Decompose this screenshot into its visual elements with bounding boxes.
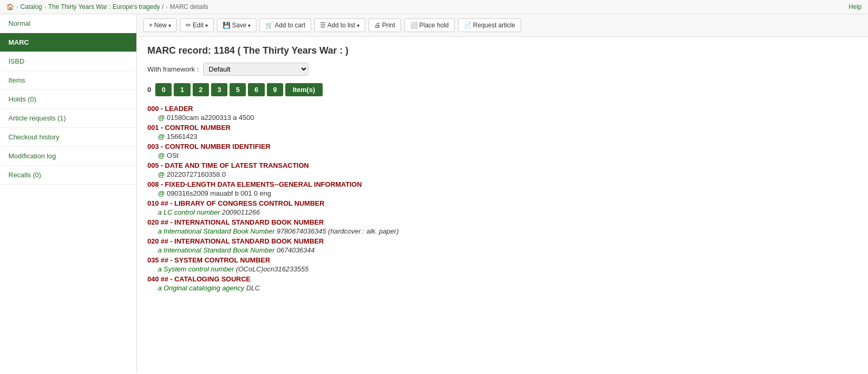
marc-field-row: 005 - DATE AND TIME OF LATEST TRANSACTIO… bbox=[147, 161, 857, 178]
subfield-code: @ bbox=[158, 189, 165, 197]
marc-field-label: 000 - LEADER bbox=[147, 105, 857, 113]
subfield-value: DLC bbox=[246, 284, 260, 292]
framework-row: With framework : Default bbox=[147, 63, 857, 76]
pencil-icon: ✏ bbox=[186, 22, 191, 29]
cart-icon: 🛒 bbox=[265, 22, 273, 29]
sidebar-item-recalls[interactable]: Recalls (0) bbox=[0, 166, 136, 185]
breadcrumb-current: MARC details bbox=[169, 3, 208, 11]
framework-label: With framework : bbox=[147, 65, 199, 73]
subfield-code: a System control number bbox=[158, 265, 234, 273]
marc-field-row: 040 ## - CATALOGING SOURCEa Original cat… bbox=[147, 275, 857, 292]
framework-select[interactable]: Default bbox=[203, 63, 308, 76]
marc-tag: 010 ## - LIBRARY OF CONGRESS CONTROL NUM… bbox=[147, 199, 324, 207]
new-caret-icon: ▾ bbox=[168, 23, 171, 28]
edit-button[interactable]: ✏ Edit ▾ bbox=[180, 18, 214, 32]
sidebar-item-items[interactable]: Items bbox=[0, 71, 136, 90]
items-button[interactable]: Item(s) bbox=[285, 83, 323, 96]
marc-field-row: 010 ## - LIBRARY OF CONGRESS CONTROL NUM… bbox=[147, 199, 857, 216]
sidebar-item-modification-log[interactable]: Modification log bbox=[0, 147, 136, 166]
print-icon: 🖨 bbox=[374, 22, 381, 29]
marc-field-row: 008 - FIXED-LENGTH DATA ELEMENTS--GENERA… bbox=[147, 180, 857, 197]
marc-tag: 040 ## - CATALOGING SOURCE bbox=[147, 275, 251, 283]
tag-btn-9[interactable]: 9 bbox=[267, 83, 283, 96]
marc-tag: 000 - LEADER bbox=[147, 105, 193, 113]
marc-field-label: 003 - CONTROL NUMBER IDENTIFIER bbox=[147, 143, 857, 150]
breadcrumb: 🏠 › Catalog › The Thirty Years War : Eur… bbox=[0, 0, 868, 14]
marc-field-label: 035 ## - SYSTEM CONTROL NUMBER bbox=[147, 256, 857, 264]
marc-subfield: a International Standard Book Number 067… bbox=[158, 246, 857, 254]
marc-field-label: 008 - FIXED-LENGTH DATA ELEMENTS--GENERA… bbox=[147, 180, 857, 188]
marc-subfield: @ 15661423 bbox=[158, 133, 857, 140]
home-icon[interactable]: 🏠 bbox=[6, 3, 14, 11]
marc-field-row: 003 - CONTROL NUMBER IDENTIFIER@ OSt bbox=[147, 143, 857, 159]
subfield-code: @ bbox=[158, 170, 165, 178]
add-to-cart-button[interactable]: 🛒 Add to cart bbox=[260, 18, 311, 32]
edit-caret-icon: ▾ bbox=[205, 23, 208, 28]
tag-zero-label: 0 bbox=[147, 86, 151, 94]
subfield-value: 20220727160358.0 bbox=[167, 170, 226, 178]
tag-btn-0[interactable]: 0 bbox=[155, 83, 172, 96]
subfield-value: 0674036344 bbox=[276, 246, 314, 254]
tag-row: 0 0123569Item(s) bbox=[147, 83, 857, 96]
article-icon: 📄 bbox=[464, 22, 472, 29]
subfield-value: (OCoLC)ocn316233555 bbox=[236, 265, 308, 273]
add-to-list-button[interactable]: ☰ Add to list ▾ bbox=[314, 18, 365, 32]
marc-field-label: 001 - CONTROL NUMBER bbox=[147, 124, 857, 132]
marc-tag: 005 - DATE AND TIME OF LATEST TRANSACTIO… bbox=[147, 161, 309, 169]
list-icon: ☰ bbox=[320, 22, 326, 29]
marc-field-label: 005 - DATE AND TIME OF LATEST TRANSACTIO… bbox=[147, 161, 857, 169]
sidebar-item-checkout-history[interactable]: Checkout history bbox=[0, 128, 136, 147]
tag-btn-1[interactable]: 1 bbox=[174, 83, 190, 96]
sidebar-item-holds[interactable]: Holds (0) bbox=[0, 90, 136, 109]
marc-subfield: @ 090316s2009 mauabf b 001 0 eng bbox=[158, 189, 857, 197]
sidebar-item-marc[interactable]: MARC bbox=[0, 33, 136, 52]
breadcrumb-sep-2: › bbox=[44, 4, 46, 10]
subfield-code: @ bbox=[158, 151, 165, 159]
sidebar-item-normal[interactable]: Normal bbox=[0, 14, 136, 33]
marc-subfield: a International Standard Book Number 978… bbox=[158, 227, 857, 235]
save-button[interactable]: 💾 Save ▾ bbox=[217, 18, 256, 32]
place-hold-button[interactable]: ⬜ Place hold bbox=[404, 18, 455, 32]
marc-tag: 020 ## - INTERNATIONAL STANDARD BOOK NUM… bbox=[147, 218, 324, 226]
marc-tag: 003 - CONTROL NUMBER IDENTIFIER bbox=[147, 143, 271, 150]
breadcrumb-sep-1: › bbox=[16, 4, 18, 10]
subfield-value: 9780674036345 (hardcover : alk. paper) bbox=[276, 227, 398, 235]
subfield-value: 01580cam a2200313 a 4500 bbox=[167, 114, 254, 122]
marc-subfield: @ 20220727160358.0 bbox=[158, 170, 857, 178]
tag-btn-3[interactable]: 3 bbox=[211, 83, 227, 96]
print-button[interactable]: 🖨 Print bbox=[368, 18, 401, 32]
marc-subfield: @ 01580cam a2200313 a 4500 bbox=[158, 114, 857, 122]
sidebar-item-article-requests[interactable]: Article requests (1) bbox=[0, 109, 136, 128]
marc-field-label: 020 ## - INTERNATIONAL STANDARD BOOK NUM… bbox=[147, 218, 857, 226]
book-link[interactable]: The Thirty Years War : Europe's tragedy … bbox=[48, 3, 164, 11]
request-article-button[interactable]: 📄 Request article bbox=[458, 18, 521, 32]
subfield-value: 15661423 bbox=[167, 133, 197, 140]
marc-tag: 008 - FIXED-LENGTH DATA ELEMENTS--GENERA… bbox=[147, 180, 362, 188]
marc-field-label: 020 ## - INTERNATIONAL STANDARD BOOK NUM… bbox=[147, 237, 857, 245]
subfield-code: a LC control number bbox=[158, 208, 220, 216]
tag-btn-6[interactable]: 6 bbox=[248, 83, 264, 96]
toolbar: + New ▾ ✏ Edit ▾ 💾 Save ▾ 🛒 Add to cart … bbox=[137, 14, 868, 37]
subfield-value: 2009011266 bbox=[222, 208, 260, 216]
subfield-code: a Original cataloging agency bbox=[158, 284, 244, 292]
help-link[interactable]: Help bbox=[849, 3, 862, 11]
tag-btn-5[interactable]: 5 bbox=[230, 83, 246, 96]
sidebar: NormalMARCISBDItemsHolds (0)Article requ… bbox=[0, 14, 137, 372]
marc-field-row: 000 - LEADER@ 01580cam a2200313 a 4500 bbox=[147, 105, 857, 122]
tag-btn-2[interactable]: 2 bbox=[193, 83, 209, 96]
list-caret-icon: ▾ bbox=[357, 23, 360, 28]
new-button[interactable]: + New ▾ bbox=[143, 18, 177, 32]
sidebar-item-isbd[interactable]: ISBD bbox=[0, 52, 136, 71]
marc-field-label: 010 ## - LIBRARY OF CONGRESS CONTROL NUM… bbox=[147, 199, 857, 207]
marc-field-row: 020 ## - INTERNATIONAL STANDARD BOOK NUM… bbox=[147, 218, 857, 235]
marc-record-title: MARC record: 1184 ( The Thirty Years War… bbox=[147, 45, 857, 56]
subfield-code: @ bbox=[158, 133, 165, 140]
breadcrumb-sep-3: › bbox=[166, 4, 168, 10]
subfield-code: @ bbox=[158, 114, 165, 122]
catalog-link[interactable]: Catalog bbox=[21, 3, 42, 11]
subfield-code: a International Standard Book Number bbox=[158, 246, 275, 254]
marc-tag: 020 ## - INTERNATIONAL STANDARD BOOK NUM… bbox=[147, 237, 324, 245]
marc-subfield: @ OSt bbox=[158, 151, 857, 159]
save-icon: 💾 bbox=[223, 22, 231, 29]
marc-field-row: 035 ## - SYSTEM CONTROL NUMBERa System c… bbox=[147, 256, 857, 273]
